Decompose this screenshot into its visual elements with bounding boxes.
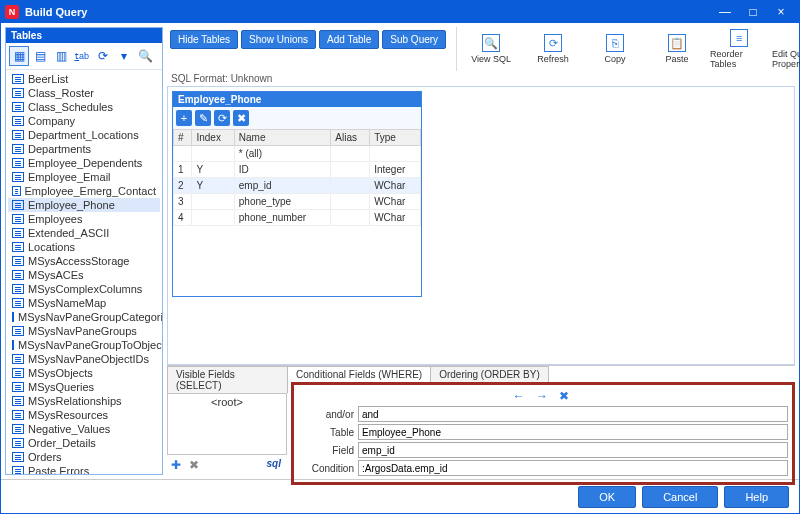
ok-button[interactable]: OK [578, 486, 636, 508]
col-type[interactable]: Type [370, 130, 421, 146]
table-row[interactable]: 4phone_numberWChar [174, 210, 421, 226]
table-item[interactable]: Employee_Emerg_Contact [8, 184, 160, 198]
col-alias[interactable]: Alias [331, 130, 370, 146]
maximize-button[interactable]: □ [739, 1, 767, 23]
table-window-grid[interactable]: # Index Name Alias Type * (all) 1YIDInte… [173, 129, 421, 226]
view-sql-button[interactable]: 🔍View SQL [461, 27, 521, 71]
refresh-button[interactable]: ⟳Refresh [523, 27, 583, 71]
sql-format-label: SQL Format: Unknown [167, 71, 795, 86]
tw-refresh-icon[interactable]: ⟳ [214, 110, 230, 126]
table-item-label: Employee_Dependents [28, 157, 142, 169]
tw-edit-icon[interactable]: ✎ [195, 110, 211, 126]
tab-mode-icon[interactable]: t̲ab [72, 46, 92, 66]
cancel-button[interactable]: Cancel [642, 486, 718, 508]
table-item[interactable]: Class_Schedules [8, 100, 160, 114]
table-item-label: Employee_Phone [28, 199, 115, 211]
table-item[interactable]: Employee_Dependents [8, 156, 160, 170]
table-icon [12, 326, 24, 336]
table-item[interactable]: Employee_Email [8, 170, 160, 184]
table-item[interactable]: Extended_ASCII [8, 226, 160, 240]
show-unions-button[interactable]: Show Unions [241, 30, 316, 49]
table-icon [12, 354, 24, 364]
table-item-label: Class_Roster [28, 87, 94, 99]
remove-field-icon[interactable]: ✖ [187, 458, 201, 472]
reorder-tables-button[interactable]: ≡Reorder Tables [709, 27, 769, 71]
close-button[interactable]: × [767, 1, 795, 23]
copy-button[interactable]: ⎘Copy [585, 27, 645, 71]
table-item[interactable]: Department_Locations [8, 128, 160, 142]
input-table[interactable] [358, 424, 788, 440]
table-item[interactable]: MSysObjects [8, 366, 160, 380]
paste-button[interactable]: 📋Paste [647, 27, 707, 71]
col-index[interactable]: Index [192, 130, 234, 146]
table-item[interactable]: Employee_Phone [8, 198, 160, 212]
filter-tables-icon[interactable]: ▾ [114, 46, 134, 66]
help-button[interactable]: Help [724, 486, 789, 508]
minimize-button[interactable]: — [711, 1, 739, 23]
table-item[interactable]: Locations [8, 240, 160, 254]
table-row[interactable]: 3phone_typeWChar [174, 194, 421, 210]
table-icon [12, 284, 24, 294]
table-item[interactable]: MSysNavPaneObjectIDs [8, 352, 160, 366]
table-item-label: MSysComplexColumns [28, 283, 142, 295]
table-item[interactable]: Orders [8, 450, 160, 464]
table-item[interactable]: MSysNavPaneGroupToObjects [8, 338, 160, 352]
table-item[interactable]: Paste Errors [8, 464, 160, 474]
tables-tree[interactable]: BeerListClass_RosterClass_SchedulesCompa… [6, 70, 162, 474]
table-item[interactable]: MSysResources [8, 408, 160, 422]
table-row[interactable]: 1YIDInteger [174, 162, 421, 178]
add-table-button[interactable]: Add Table [319, 30, 379, 49]
views-view-icon[interactable]: ▤ [30, 46, 50, 66]
table-item[interactable]: Class_Roster [8, 86, 160, 100]
condition-nav-icons[interactable]: ← → ✖ [298, 389, 788, 403]
table-item[interactable]: MSysAccessStorage [8, 254, 160, 268]
table-item[interactable]: MSysComplexColumns [8, 282, 160, 296]
table-item[interactable]: MSysNameMap [8, 296, 160, 310]
table-item-label: MSysQueries [28, 381, 94, 393]
search-tables-icon[interactable]: 🔍 [135, 46, 155, 66]
refresh-icon: ⟳ [544, 34, 562, 52]
edit-query-properties-button[interactable]: ✎Edit Query Properties [771, 27, 800, 71]
table-item[interactable]: Departments [8, 142, 160, 156]
table-row[interactable]: 2Yemp_idWChar [174, 178, 421, 194]
synonyms-icon[interactable]: ▥ [51, 46, 71, 66]
tw-add-icon[interactable]: + [176, 110, 192, 126]
table-row[interactable]: * (all) [174, 146, 421, 162]
table-item[interactable]: MSysNavPaneGroupCategories [8, 310, 160, 324]
tables-panel-title: Tables [6, 28, 162, 43]
table-item[interactable]: MSysACEs [8, 268, 160, 282]
table-icon [12, 116, 24, 126]
paste-icon: 📋 [668, 34, 686, 52]
table-item[interactable]: MSysRelationships [8, 394, 160, 408]
table-item[interactable]: Employees [8, 212, 160, 226]
table-item[interactable]: Order_Details [8, 436, 160, 450]
table-item[interactable]: Negative_Values [8, 422, 160, 436]
table-window-employee-phone[interactable]: Employee_Phone + ✎ ⟳ ✖ # Index Name Alia… [172, 91, 422, 297]
tw-delete-icon[interactable]: ✖ [233, 110, 249, 126]
input-andor[interactable] [358, 406, 788, 422]
table-item[interactable]: BeerList [8, 72, 160, 86]
table-item-label: Locations [28, 241, 75, 253]
query-designer-canvas[interactable]: Employee_Phone + ✎ ⟳ ✖ # Index Name Alia… [167, 86, 795, 365]
tab-orderby[interactable]: Ordering (ORDER BY) [430, 366, 549, 382]
table-item[interactable]: MSysQueries [8, 380, 160, 394]
refresh-tables-icon[interactable]: ⟳ [93, 46, 113, 66]
input-field[interactable] [358, 442, 788, 458]
hide-tables-button[interactable]: Hide Tables [170, 30, 238, 49]
sub-query-button[interactable]: Sub Query [382, 30, 446, 49]
add-field-icon[interactable]: ✚ [169, 458, 183, 472]
tab-where[interactable]: Conditional Fields (WHERE) [287, 366, 431, 382]
table-item[interactable]: MSysNavPaneGroups [8, 324, 160, 338]
table-icon [12, 186, 21, 196]
table-item[interactable]: Company [8, 114, 160, 128]
input-condition[interactable] [358, 460, 788, 476]
sql-preview-icon[interactable]: sql [267, 458, 285, 472]
col-name[interactable]: Name [234, 130, 331, 146]
tab-select[interactable]: Visible Fields (SELECT) [167, 366, 288, 393]
table-icon [12, 158, 24, 168]
select-fields-tree[interactable]: <root> [167, 393, 287, 455]
table-item-label: Negative_Values [28, 423, 110, 435]
col-num[interactable]: # [174, 130, 192, 146]
tables-view-icon[interactable]: ▦ [9, 46, 29, 66]
select-tree-root[interactable]: <root> [170, 396, 284, 408]
